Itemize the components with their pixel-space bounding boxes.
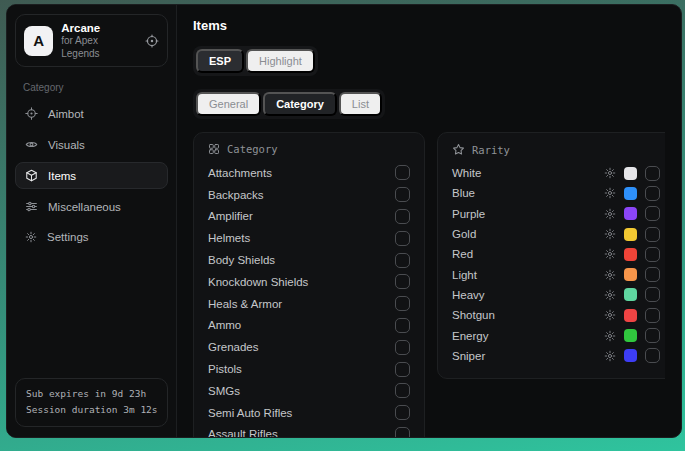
sidebar: A Arcane for Apex Legends Category Aimbo… — [7, 5, 177, 437]
category-label: Ammo — [208, 319, 241, 331]
rarity-color-swatch[interactable] — [624, 187, 637, 200]
gear-icon[interactable] — [604, 208, 616, 220]
rarity-color-swatch[interactable] — [624, 248, 637, 261]
gear-icon[interactable] — [604, 289, 616, 301]
mode-toggle-button[interactable]: ESP — [196, 49, 244, 73]
gear-icon[interactable] — [604, 350, 616, 362]
rarity-panel: Rarity White — [437, 132, 665, 379]
category-label: Body Shields — [208, 254, 275, 266]
rarity-label: Purple — [452, 208, 485, 220]
nav-item-label: Miscellaneous — [48, 201, 121, 213]
rarity-color-swatch[interactable] — [624, 349, 637, 362]
category-label: Helmets — [208, 232, 250, 244]
category-checkbox[interactable] — [395, 405, 410, 420]
rarity-row: Sniper — [452, 346, 660, 366]
category-checkbox[interactable] — [395, 340, 410, 355]
category-checkbox[interactable] — [395, 274, 410, 289]
gear-icon[interactable] — [604, 330, 616, 342]
rarity-row: Red — [452, 244, 660, 264]
category-row: Grenades — [208, 336, 410, 358]
gear-icon[interactable] — [604, 228, 616, 240]
rarity-checkbox[interactable] — [645, 206, 660, 221]
rarity-color-swatch[interactable] — [624, 268, 637, 281]
subscription-info: Sub expires in 9d 23h Session duration 3… — [15, 378, 168, 427]
sidebar-section-label: Category — [23, 82, 160, 93]
star-icon — [452, 143, 465, 156]
category-checkbox[interactable] — [395, 231, 410, 246]
rarity-color-swatch[interactable] — [624, 288, 637, 301]
category-row: Knockdown Shields — [208, 271, 410, 293]
rarity-label: Blue — [452, 187, 475, 199]
sub-expiry-text: Sub expires in 9d 23h — [26, 386, 157, 403]
sidebar-nav-item[interactable]: Items — [15, 162, 168, 189]
category-row: Ammo — [208, 315, 410, 337]
tab[interactable]: List — [339, 92, 382, 116]
rarity-checkbox[interactable] — [645, 186, 660, 201]
category-checkbox[interactable] — [395, 362, 410, 377]
gear-icon[interactable] — [604, 269, 616, 281]
target-icon[interactable] — [145, 34, 159, 48]
app-logo: A — [24, 26, 53, 56]
category-label: Pistols — [208, 363, 242, 375]
rarity-color-swatch[interactable] — [624, 309, 637, 322]
rarity-label: Light — [452, 269, 477, 281]
category-row: Assault Rifles — [208, 424, 410, 437]
gear-icon[interactable] — [604, 309, 616, 321]
rarity-checkbox[interactable] — [645, 166, 660, 181]
category-checkbox[interactable] — [395, 165, 410, 180]
category-checkbox[interactable] — [395, 427, 410, 437]
rarity-color-swatch[interactable] — [624, 228, 637, 241]
nav-item-icon — [25, 138, 38, 151]
rarity-checkbox[interactable] — [645, 348, 660, 363]
rarity-checkbox[interactable] — [645, 267, 660, 282]
tab[interactable]: Category — [263, 92, 337, 116]
rarity-label: White — [452, 167, 481, 179]
category-checkbox[interactable] — [395, 296, 410, 311]
category-checkbox[interactable] — [395, 187, 410, 202]
rarity-color-swatch[interactable] — [624, 207, 637, 220]
category-panel: Category Attachments Backpacks — [193, 132, 425, 437]
rarity-checkbox[interactable] — [645, 227, 660, 242]
rarity-row: Purple — [452, 204, 660, 224]
category-row: Body Shields — [208, 249, 410, 271]
app-subtitle: for Apex Legends — [61, 35, 137, 60]
rarity-label: Gold — [452, 228, 476, 240]
sidebar-nav-item[interactable]: Miscellaneous — [15, 193, 168, 220]
mode-toggle-button[interactable]: Highlight — [246, 49, 315, 73]
rarity-row: Blue — [452, 183, 660, 203]
category-checkbox[interactable] — [395, 253, 410, 268]
gear-icon[interactable] — [604, 187, 616, 199]
category-label: Semi Auto Rifles — [208, 407, 292, 419]
category-row: SMGs — [208, 380, 410, 402]
gear-icon[interactable] — [604, 248, 616, 260]
rarity-checkbox[interactable] — [645, 308, 660, 323]
tab-bar: General Category List — [193, 89, 385, 119]
category-label: Attachments — [208, 167, 272, 179]
grid-icon — [208, 143, 220, 155]
category-label: Amplifier — [208, 210, 253, 222]
sidebar-nav-item[interactable]: Settings — [15, 224, 168, 250]
rarity-color-swatch[interactable] — [624, 329, 637, 342]
category-list: Attachments Backpacks Amplifier — [208, 162, 410, 437]
nav-item-label: Aimbot — [48, 108, 84, 120]
rarity-checkbox[interactable] — [645, 287, 660, 302]
tab[interactable]: General — [196, 92, 261, 116]
gear-icon[interactable] — [604, 167, 616, 179]
category-label: Heals & Armor — [208, 298, 282, 310]
rarity-checkbox[interactable] — [645, 247, 660, 262]
app-header: A Arcane for Apex Legends — [15, 14, 168, 67]
category-checkbox[interactable] — [395, 383, 410, 398]
rarity-color-swatch[interactable] — [624, 167, 637, 180]
rarity-checkbox[interactable] — [645, 328, 660, 343]
nav-item-label: Visuals — [48, 139, 85, 151]
rarity-panel-title: Rarity — [472, 144, 510, 156]
rarity-row: Gold — [452, 224, 660, 244]
nav-item-label: Settings — [47, 231, 89, 243]
sidebar-nav-item[interactable]: Visuals — [15, 131, 168, 158]
category-checkbox[interactable] — [395, 318, 410, 333]
rarity-row: Light — [452, 264, 660, 284]
category-checkbox[interactable] — [395, 209, 410, 224]
rarity-label: Heavy — [452, 289, 485, 301]
category-row: Attachments — [208, 162, 410, 184]
sidebar-nav-item[interactable]: Aimbot — [15, 100, 168, 127]
